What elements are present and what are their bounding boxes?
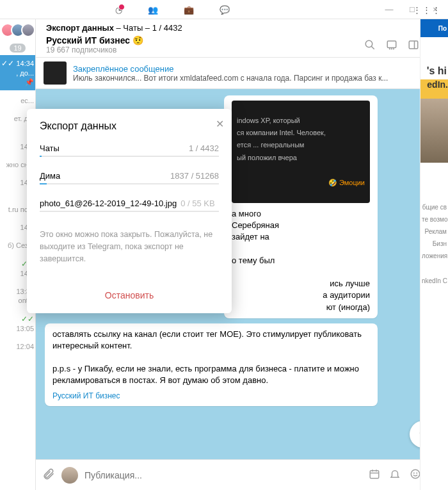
- export-title: Экспорт данных: [40, 120, 219, 132]
- message-text: оставлять ссылку на канал (если стоит те…: [52, 329, 370, 352]
- export-dialog: Экспорт данных ✕ Чаты 1 / 4432 Дима 1837…: [27, 109, 232, 313]
- notification-icon[interactable]: [389, 468, 401, 482]
- svg-point-13: [413, 473, 414, 473]
- subscriber-count: 19 667 подписчиков: [46, 45, 143, 54]
- export-file-name: photo_61@26-12-2019_12-49-10.jpg0 / 55 K…: [40, 199, 215, 208]
- link-fragment[interactable]: Реклам: [420, 225, 448, 238]
- sidebar-toggle-icon[interactable]: [407, 38, 420, 51]
- schedule-icon[interactable]: [369, 468, 380, 482]
- message-text: ют (иногда): [232, 302, 370, 313]
- export-item-progress: 1837 / 51268: [170, 171, 219, 181]
- message-text: p.p.s - у Пикабу, если не знали, есть пр…: [52, 363, 370, 386]
- link-fragment[interactable]: бщие св: [420, 201, 448, 213]
- svg-point-14: [417, 473, 417, 473]
- right-panel-fragment: По 's hi edIn. бщие св те возмо Реклам Б…: [420, 19, 448, 490]
- svg-line-1: [371, 46, 374, 49]
- message-input[interactable]: [84, 470, 362, 480]
- export-file-size: 0 / 55 KB: [180, 199, 214, 208]
- export-chats-progress: 1 / 4432: [189, 143, 219, 153]
- message-text: ись лучше: [232, 278, 370, 290]
- comments-icon[interactable]: [385, 38, 398, 51]
- pinned-title: Закреплённое сообщение: [73, 64, 424, 74]
- grid-icon[interactable]: ⋮⋮⋮: [413, 5, 442, 15]
- chat-icon[interactable]: 💬: [220, 5, 230, 15]
- link-fragment[interactable]: Бизн: [420, 238, 448, 250]
- unread-badge: 19: [10, 44, 25, 53]
- composer-avatar[interactable]: [61, 467, 78, 484]
- chat-header: Экспорт данных – Чаты – 1 / 4432 Русский…: [36, 19, 448, 58]
- svg-point-0: [365, 40, 372, 47]
- pinned-thumb: [44, 61, 67, 85]
- link-fragment[interactable]: ложения: [420, 250, 448, 262]
- svg-rect-2: [387, 41, 396, 48]
- read-ticks-icon: ✓✓: [1, 59, 14, 68]
- chat-item[interactable]: ✓✓13:05: [0, 311, 35, 336]
- chat-time: 14:34: [16, 60, 34, 67]
- ad-banner: edIn.: [420, 79, 448, 99]
- message-text: а аудитории: [232, 290, 370, 301]
- account-avatars[interactable]: [1, 23, 35, 37]
- progress-bar: [40, 183, 219, 184]
- pin-icon: 📌: [25, 78, 34, 86]
- svg-point-12: [411, 470, 420, 478]
- message-text: Серебряная: [232, 220, 370, 231]
- message-text: о тему был: [232, 255, 370, 266]
- notif-icon[interactable]: ◔: [115, 5, 122, 15]
- chat-title[interactable]: Русский ИТ бизнес 🤨: [46, 35, 143, 45]
- message-signature[interactable]: Русский ИТ бизнес: [52, 391, 370, 402]
- progress-bar: [40, 211, 219, 212]
- avatar[interactable]: [21, 23, 35, 37]
- linkedin-header: По: [420, 19, 448, 37]
- briefcase-icon[interactable]: 💼: [184, 5, 194, 15]
- pinned-message[interactable]: Закреплённое сообщение Июль закончился..…: [36, 58, 448, 89]
- message-image[interactable]: indows XP, который ся компании Intel. Че…: [232, 101, 370, 203]
- breadcrumb: Экспорт данных – Чаты – 1 / 4432: [46, 23, 442, 33]
- chat-item[interactable]: ✓✓ 14:34 , до... 📌: [0, 55, 35, 90]
- pinned-body: Июль закончился... Вот итоги xmldatafeed…: [73, 74, 424, 83]
- message[interactable]: оставлять ссылку на канал (если стоит те…: [45, 323, 378, 407]
- chat-preview: , до...: [16, 69, 34, 77]
- export-hint: Это окно можно пока закрыть. Пожалуйста,…: [40, 229, 219, 265]
- message-text: зайдет на: [232, 231, 370, 243]
- stop-button[interactable]: Остановить: [40, 286, 219, 304]
- svg-rect-8: [370, 471, 379, 478]
- people-icon[interactable]: 👥: [148, 5, 158, 15]
- ad-image: [420, 99, 448, 163]
- export-item-label: Дима: [40, 171, 60, 181]
- message-composer: [36, 459, 448, 490]
- export-chats-label: Чаты: [40, 143, 60, 153]
- chat-item[interactable]: 12:04: [0, 339, 35, 354]
- os-top-row: ◔ 👥 💼 💬 ⋮⋮⋮: [0, 0, 448, 19]
- close-icon[interactable]: ✕: [216, 118, 224, 130]
- progress-bar: [40, 156, 219, 157]
- svg-rect-6: [409, 41, 418, 49]
- link-fragment[interactable]: nkedIn C: [420, 275, 448, 287]
- search-icon[interactable]: [364, 38, 376, 51]
- message-text: а много: [232, 208, 370, 220]
- message[interactable]: indows XP, который ся компании Intel. Че…: [224, 95, 378, 318]
- link-fragment[interactable]: те возмо: [420, 213, 448, 225]
- attach-icon[interactable]: [42, 468, 55, 482]
- chat-item[interactable]: ес...: [0, 93, 35, 108]
